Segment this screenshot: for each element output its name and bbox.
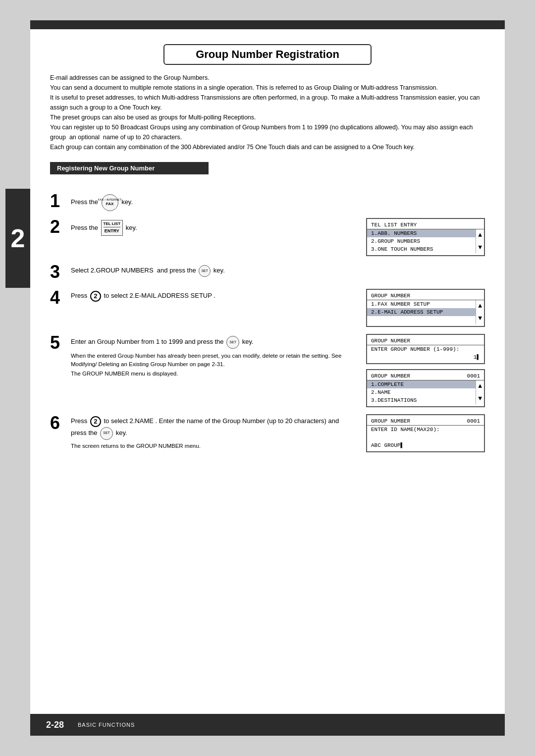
- step-2-screen: TEL LIST ENTRY 1.ABB. NUMBERS 2.GROUP NU…: [366, 218, 485, 256]
- step-5-content-with-screen: Enter an Group Number from 1 to 1999 and…: [71, 334, 485, 407]
- step-2-content-with-screen: Press the TEL LIST ENTRY key. TEL LIST E…: [71, 218, 485, 256]
- lcd-2-row3: 3.ONE TOUCH NUMBERS: [367, 245, 476, 253]
- step-1-number: 1: [50, 191, 71, 211]
- intro-p2: You can send a document to multiple remo…: [50, 83, 485, 93]
- step-5-block: 5 Enter an Group Number from 1 to 1999 a…: [50, 334, 485, 407]
- step-4-content-with-screen: Press 2 to select 2.E-MAIL ADDRESS SETUP…: [71, 289, 485, 327]
- lcd-2-arrows: ▲ ▼: [476, 229, 484, 253]
- lcd-6-row1: ENTER ID NAME(MAX20):: [367, 426, 484, 433]
- page-footer: 2-28 BASIC FUNCTIONS: [30, 714, 505, 736]
- entry-key-bottom: ENTRY: [104, 227, 121, 235]
- chapter-tab: 2: [5, 189, 30, 288]
- step-5-notes: When the entered Group Number has alread…: [71, 352, 356, 378]
- step-5-screen2: GROUP NUMBER 0001 1.COMPLETE 2.NAME 3.DE…: [366, 369, 485, 407]
- subsection-header: Registering New Group Number: [50, 162, 209, 174]
- lcd-5b-header: GROUP NUMBER 0001: [367, 372, 484, 380]
- lcd-4-arrow-down: ▼: [478, 315, 482, 322]
- entry-key-icon: TEL LIST ENTRY: [101, 220, 123, 236]
- step-6-content-with-screen: Press 2 to select 2.NAME . Enter the nam…: [71, 414, 485, 452]
- step-3-content: Select 2.GROUP NUMBERS and press the SET…: [71, 263, 485, 277]
- fax-key-icon: FAX→INTERNET FAX: [102, 194, 118, 211]
- step-3-row: 3 Select 2.GROUP NUMBERS and press the S…: [50, 263, 485, 282]
- lcd-5b-row1: 1.COMPLETE: [367, 380, 476, 388]
- lcd-arrow-down: ▼: [478, 244, 482, 251]
- lcd-2-row2: 2.GROUP NUMBERS: [367, 237, 476, 245]
- step-6-screen: GROUP NUMBER 0001 ENTER ID NAME(MAX20): …: [366, 414, 485, 452]
- step-5-row: 5 Enter an Group Number from 1 to 1999 a…: [50, 334, 485, 407]
- lcd-5a-row2: 1▌: [367, 353, 484, 361]
- lcd-4-arrow-up: ▲: [478, 302, 482, 310]
- fax-key-bottom: FAX: [106, 201, 114, 207]
- lcd-6-row3: ABC GROUP▌: [367, 441, 484, 449]
- step-6-row: 6 Press 2 to select 2.NAME . Enter the n…: [50, 414, 485, 452]
- circle-2-key-4: 2: [90, 291, 101, 302]
- lcd-5b-arrow-down: ▼: [478, 395, 482, 402]
- lcd-6-row2: [367, 433, 484, 441]
- lcd-4-arrows: ▲ ▼: [476, 300, 484, 324]
- step-3-number: 3: [50, 262, 71, 282]
- lcd-2-header: TEL LIST ENTRY: [367, 221, 484, 229]
- lcd-4-row2: 2.E-MAIL ADDRESS SETUP: [367, 308, 476, 316]
- lcd-5a-row1: ENTER GROUP NUMBER (1-999):: [367, 345, 484, 353]
- section-title: Group Number Registration: [174, 48, 361, 61]
- page-wrapper: 2 Group Number Registration E-mail addre…: [30, 20, 505, 736]
- lcd-5b-arrows: ▲ ▼: [476, 380, 484, 404]
- step-5-number: 5: [50, 333, 71, 353]
- lcd-5b-arrow-up: ▲: [478, 382, 482, 390]
- lcd-4-row3: [367, 316, 476, 324]
- lcd-2-row1: 1.ABB. NUMBERS: [367, 229, 476, 237]
- step-5-screen1: GROUP NUMBER ENTER GROUP NUMBER (1-999):…: [366, 334, 485, 364]
- step-4-screen: GROUP NUMBER 1.FAX NUMBER SETUP 2.E-MAIL…: [366, 289, 485, 327]
- top-bar: [30, 20, 505, 29]
- step-2-number: 2: [50, 217, 71, 237]
- set-key-6: SET: [100, 427, 113, 440]
- entry-key-top: TEL LIST: [104, 221, 121, 227]
- step-5-text: Enter an Group Number from 1 to 1999 and…: [71, 334, 356, 378]
- lcd-5b-row2: 2.NAME: [367, 388, 476, 396]
- intro-p1: E-mail addresses can be assigned to the …: [50, 73, 485, 83]
- step-2-row: 2 Press the TEL LIST ENTRY key. TEL LIST…: [50, 218, 485, 256]
- step-1-row: 1 Press the FAX→INTERNET FAX key.: [50, 192, 485, 211]
- lcd-4-header: GROUP NUMBER: [367, 292, 484, 300]
- lcd-5b-row3: 3.DESTINATIONS: [367, 396, 476, 404]
- lcd-4-row1: 1.FAX NUMBER SETUP: [367, 300, 476, 308]
- chapter-number: 2: [11, 223, 25, 253]
- section-title-box: Group Number Registration: [163, 44, 372, 65]
- circle-2-key-6: 2: [90, 416, 101, 427]
- step-2-text: Press the TEL LIST ENTRY key.: [71, 218, 356, 236]
- footer-label: BASIC FUNCTIONS: [78, 722, 135, 728]
- fax-key-top: FAX→INTERNET: [98, 198, 121, 202]
- step-6-text: Press 2 to select 2.NAME . Enter the nam…: [71, 414, 356, 450]
- step-6-block: 6 Press 2 to select 2.NAME . Enter the n…: [50, 414, 485, 452]
- step-4-row: 4 Press 2 to select 2.E-MAIL ADDRESS SET…: [50, 289, 485, 327]
- step-6-note: The screen returns to the GROUP NUMBER m…: [71, 442, 356, 450]
- set-key-5: SET: [226, 336, 239, 349]
- intro-p3: It is useful to preset addresses, to whi…: [50, 93, 485, 112]
- steps-area: 1 Press the FAX→INTERNET FAX key. 2 Pres…: [50, 192, 485, 459]
- intro-text: E-mail addresses can be assigned to the …: [50, 73, 485, 152]
- step-6-number: 6: [50, 413, 71, 433]
- intro-p6: Each group can contain any combination o…: [50, 142, 485, 152]
- step-4-text: Press 2 to select 2.E-MAIL ADDRESS SETUP…: [71, 289, 356, 302]
- lcd-6-header: GROUP NUMBER 0001: [367, 417, 484, 426]
- intro-p5: You can register up to 50 Broadcast Grou…: [50, 122, 485, 142]
- lcd-5a-header: GROUP NUMBER: [367, 337, 484, 345]
- footer-page-number: 2-28: [42, 719, 68, 731]
- main-content: Group Number Registration E-mail address…: [30, 29, 505, 469]
- set-key-3: SET: [199, 265, 211, 277]
- step-5-note1: When the entered Group Number has alread…: [71, 352, 356, 369]
- step-1-content: Press the FAX→INTERNET FAX key.: [71, 192, 485, 211]
- intro-p4: The preset groups can also be used as gr…: [50, 112, 485, 122]
- step-5-screens: GROUP NUMBER ENTER GROUP NUMBER (1-999):…: [366, 334, 485, 407]
- step-5-note2: The GROUP NUMBER menu is displayed.: [71, 370, 356, 378]
- lcd-arrow-up: ▲: [478, 231, 482, 239]
- step-4-number: 4: [50, 288, 71, 308]
